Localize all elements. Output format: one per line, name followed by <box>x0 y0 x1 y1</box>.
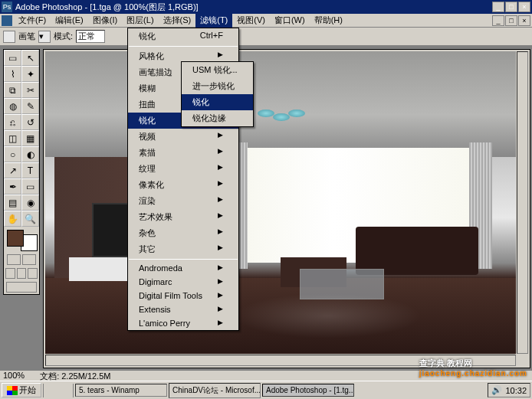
doc-minimize[interactable]: _ <box>492 15 504 26</box>
submenu-arrow-icon: ▶ <box>218 263 223 273</box>
menu-window[interactable]: 窗口(W) <box>270 13 310 28</box>
app-icon: Ps <box>2 2 12 12</box>
filter-digimarc[interactable]: Digimarc▶ <box>128 275 238 289</box>
submenu-arrow-icon: ▶ <box>218 211 223 223</box>
lasso-tool[interactable]: ⌇ <box>4 66 21 82</box>
tool-preset-icon[interactable] <box>3 31 15 43</box>
task-photoshop[interactable]: Adobe Photoshop - [1.tg... <box>262 384 354 397</box>
sharpen-submenu: USM 锐化... 进一步锐化 锐化 锐化边缘 <box>181 61 254 127</box>
filter-noise[interactable]: 杂色▶ <box>128 225 238 241</box>
start-button[interactable]: 开始 <box>2 383 41 397</box>
watermark: 查字典 教程网 jiaocheng.chazidian.com <box>419 355 527 378</box>
brush-label: 画笔 <box>18 31 35 42</box>
menu-select[interactable]: 选择(S) <box>159 13 196 28</box>
submenu-arrow-icon: ▶ <box>218 147 223 159</box>
filter-last-shortcut: Ctrl+F <box>200 31 223 42</box>
menu-help[interactable]: 帮助(H) <box>310 13 347 28</box>
menu-edit[interactable]: 编辑(E) <box>51 13 88 28</box>
zoom-tool[interactable]: 🔍 <box>21 211 39 227</box>
eyedropper-tool[interactable]: ◉ <box>21 195 39 211</box>
fg-color[interactable] <box>7 230 24 247</box>
hand-tool[interactable]: ✋ <box>4 211 21 227</box>
crop-tool[interactable]: ⧉ <box>4 82 21 98</box>
submenu-arrow-icon: ▶ <box>218 291 223 300</box>
filter-lamico[interactable]: L'amico Perry▶ <box>128 316 238 330</box>
screen-full-menu[interactable] <box>17 268 27 279</box>
sharpen-more[interactable]: 进一步锐化 <box>182 78 253 94</box>
filter-sketch[interactable]: 素描▶ <box>128 145 238 161</box>
brush-preset-icon[interactable]: ▾ <box>38 31 51 43</box>
jump-imageready[interactable] <box>6 282 37 293</box>
history-tool[interactable]: ↺ <box>21 114 39 130</box>
room-ceiling <box>45 51 516 157</box>
doc-info: 文档: 2.25M/12.5M <box>40 371 110 381</box>
mode-standard[interactable] <box>7 254 21 265</box>
quick-launch-icon[interactable] <box>45 384 57 397</box>
submenu-arrow-icon: ▶ <box>218 319 223 328</box>
vertical-scrollbar[interactable] <box>517 51 528 354</box>
blur-tool[interactable]: ○ <box>4 146 21 162</box>
marquee-tool[interactable]: ▭ <box>4 50 21 66</box>
canvas[interactable] <box>45 51 516 354</box>
menu-layer[interactable]: 图层(L) <box>122 13 158 28</box>
wand-tool[interactable]: ✦ <box>21 66 39 82</box>
filter-last[interactable]: 锐化 Ctrl+F <box>128 28 238 44</box>
path-tool[interactable]: ↗ <box>4 162 21 178</box>
menu-filter[interactable]: 滤镜(T) <box>195 13 232 28</box>
submenu-arrow-icon: ▶ <box>218 51 223 62</box>
filter-extensis[interactable]: Extensis▶ <box>128 303 238 316</box>
submenu-arrow-icon: ▶ <box>218 277 223 286</box>
eraser-tool[interactable]: ◫ <box>4 130 21 146</box>
quick-launch-icon[interactable] <box>59 384 71 397</box>
color-swatch[interactable] <box>5 228 39 251</box>
sharpen-edges[interactable]: 锐化边缘 <box>182 110 253 126</box>
gradient-tool[interactable]: ▦ <box>21 130 39 146</box>
menu-image[interactable]: 图像(I) <box>88 13 122 28</box>
filter-dft[interactable]: Digital Film Tools▶ <box>128 289 238 303</box>
options-bar: 画笔 ▾ 模式: 正常 <box>0 28 532 46</box>
maximize-button[interactable]: □ <box>505 2 517 12</box>
filter-other[interactable]: 其它▶ <box>128 241 238 257</box>
filter-artistic[interactable]: 艺术效果▶ <box>128 209 238 225</box>
system-tray: 🔊 10:32 <box>488 383 530 397</box>
pen-tool[interactable]: ✒ <box>4 178 21 195</box>
mode-quickmask[interactable] <box>22 254 36 265</box>
slice-tool[interactable]: ✂ <box>21 82 39 98</box>
tray-icon[interactable]: 🔊 <box>491 385 502 395</box>
minimize-button[interactable]: _ <box>492 2 504 12</box>
screen-standard[interactable] <box>5 268 15 279</box>
submenu-arrow-icon: ▶ <box>218 227 223 239</box>
menu-file[interactable]: 文件(F) <box>14 13 51 28</box>
filter-andromeda[interactable]: Andromeda▶ <box>128 261 238 275</box>
task-ie[interactable]: ChinaDV论坛 - Microsof... <box>169 383 261 398</box>
filter-last-label: 锐化 <box>139 31 156 42</box>
notes-tool[interactable]: ▤ <box>4 195 21 211</box>
type-tool[interactable]: T <box>21 162 39 178</box>
menu-view[interactable]: 视图(V) <box>232 13 270 28</box>
title-bar: Ps Adobe Photoshop - [1.tga @ 100%(图层 1,… <box>0 0 532 14</box>
filter-pixelate[interactable]: 像素化▶ <box>128 177 238 193</box>
filter-render[interactable]: 渲染▶ <box>128 193 238 209</box>
sharpen-sharpen[interactable]: 锐化 <box>182 94 253 110</box>
mode-select[interactable]: 正常 <box>76 30 105 43</box>
task-winamp[interactable]: 5. tears - Winamp <box>75 384 167 397</box>
zoom-level: 100% <box>3 371 25 381</box>
sharpen-usm[interactable]: USM 锐化... <box>182 62 253 78</box>
move-tool[interactable]: ↖ <box>21 50 39 66</box>
shape-tool[interactable]: ▭ <box>21 178 39 195</box>
filter-texture[interactable]: 纹理▶ <box>128 161 238 177</box>
submenu-arrow-icon: ▶ <box>218 244 223 255</box>
close-button[interactable]: × <box>518 2 530 12</box>
submenu-arrow-icon: ▶ <box>218 131 223 142</box>
clock: 10:32 <box>505 386 527 395</box>
dodge-tool[interactable]: ◐ <box>21 146 39 162</box>
stamp-tool[interactable]: ⎌ <box>4 114 21 130</box>
filter-video[interactable]: 视频▶ <box>128 129 238 145</box>
submenu-arrow-icon: ▶ <box>218 179 223 191</box>
doc-close[interactable]: × <box>518 15 530 26</box>
heal-tool[interactable]: ◍ <box>4 98 21 114</box>
doc-restore[interactable]: □ <box>505 15 517 26</box>
brush-tool[interactable]: ✎ <box>21 98 39 114</box>
screen-full[interactable] <box>28 268 38 279</box>
submenu-arrow-icon: ▶ <box>218 305 223 314</box>
